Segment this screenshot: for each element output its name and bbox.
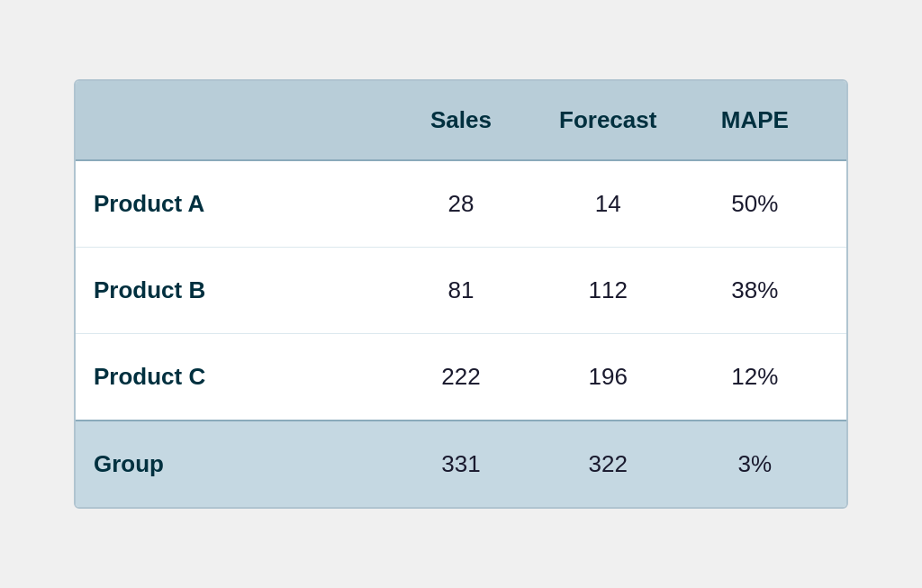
data-table: Sales Forecast MAPE Product A 28 14 50% … xyxy=(74,79,848,509)
product-c-name: Product C xyxy=(94,363,387,391)
product-c-forecast: 196 xyxy=(535,363,682,391)
header-mape-col: MAPE xyxy=(682,106,828,134)
table-footer: Group 331 322 3% xyxy=(76,420,846,507)
header-sales-col: Sales xyxy=(387,106,534,134)
product-a-name: Product A xyxy=(94,190,387,218)
header-forecast-col: Forecast xyxy=(535,106,682,134)
product-a-mape: 50% xyxy=(682,190,828,218)
group-sales: 331 xyxy=(387,450,534,478)
product-c-mape: 12% xyxy=(682,363,828,391)
table-row: Product A 28 14 50% xyxy=(76,161,846,248)
table-row: Product B 81 112 38% xyxy=(76,248,846,334)
group-mape: 3% xyxy=(682,450,828,478)
table-header: Sales Forecast MAPE xyxy=(76,81,846,161)
product-c-sales: 222 xyxy=(387,363,534,391)
product-b-sales: 81 xyxy=(387,276,534,304)
product-a-sales: 28 xyxy=(387,190,534,218)
product-b-name: Product B xyxy=(94,276,387,304)
table-row: Product C 222 196 12% xyxy=(76,334,846,420)
product-b-mape: 38% xyxy=(682,276,828,304)
product-b-forecast: 112 xyxy=(535,276,682,304)
group-name: Group xyxy=(94,450,387,478)
group-forecast: 322 xyxy=(535,450,682,478)
product-a-forecast: 14 xyxy=(535,190,682,218)
table-body: Product A 28 14 50% Product B 81 112 38%… xyxy=(76,161,846,420)
